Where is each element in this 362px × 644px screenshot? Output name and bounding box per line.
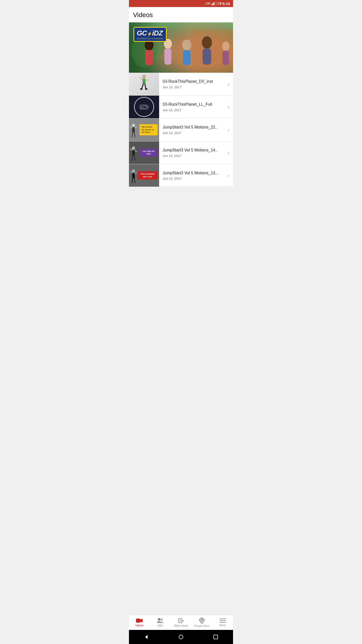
cross-icon	[199, 618, 205, 624]
home-button[interactable]	[177, 633, 185, 641]
recent-apps-button[interactable]	[212, 633, 219, 641]
svg-point-49	[158, 618, 160, 621]
svg-line-23	[140, 77, 143, 80]
video-thumbnail: Who builds his house on the Rock.	[129, 118, 159, 141]
svg-point-28	[145, 88, 148, 90]
video-item[interactable]: Who builds his house on the Rock. JumpSt…	[129, 118, 233, 141]
svg-line-37	[130, 148, 132, 150]
figure-icon	[130, 146, 137, 164]
nav-item-vbs[interactable]: VBS	[150, 615, 171, 630]
svg-point-27	[140, 88, 143, 90]
logo-lightning: ⚡	[147, 31, 152, 36]
back-button[interactable]	[143, 633, 150, 641]
status-bar: LTE ⚡ 5:16	[129, 0, 233, 7]
svg-rect-3	[214, 2, 215, 5]
video-thumbnail	[129, 73, 159, 95]
hero-logo: GC⚡iDZ GENERATION CHANGERS	[133, 27, 167, 42]
video-item[interactable]: YOU ARE MY GOD JumpStart3 Vol 5 Motions_…	[129, 141, 233, 164]
svg-line-38	[135, 150, 137, 152]
video-item[interactable]: GONNA TELL THE WORLD 03-RockThisPlanet_L…	[129, 96, 233, 118]
logo-subtitle: GENERATION CHANGERS	[137, 38, 163, 39]
page-title: Videos	[133, 11, 229, 19]
figure-icon	[130, 124, 137, 141]
video-date: Jun 13, 2017	[163, 131, 222, 135]
svg-line-25	[142, 84, 143, 89]
time-display: 5:16	[222, 2, 230, 6]
svg-point-64	[179, 635, 183, 639]
video-info: JumpStart3 Vol 5 Motions_13... Jun 13, 2…	[159, 168, 224, 184]
chevron-right-icon: ›	[224, 127, 233, 133]
video-date: Jun 13, 2017	[163, 177, 222, 180]
nav-item-bible[interactable]: Bible Verse	[171, 615, 192, 630]
video-list: 03-RockThisPlanet_DV_inst Jun 13, 2017 ›…	[129, 73, 233, 187]
svg-point-14	[182, 39, 191, 51]
logo-text: GC⚡iDZ	[137, 29, 163, 37]
nav-label-videos: Videos	[135, 624, 144, 627]
svg-text:⚡: ⚡	[217, 3, 220, 5]
video-thumbnail: GOD SHOWED HIS LOVE	[129, 164, 159, 187]
svg-rect-2	[213, 2, 214, 5]
logo-box: GC⚡iDZ GENERATION CHANGERS	[133, 27, 167, 42]
video-date: Jun 13, 2017	[163, 108, 222, 112]
svg-line-33	[132, 133, 133, 137]
svg-marker-55	[182, 620, 184, 622]
pencil-icon	[178, 618, 184, 623]
nav-label-more: More	[219, 624, 226, 627]
circle-text: GONNA TELL THE WORLD	[134, 97, 154, 117]
svg-line-39	[132, 155, 133, 160]
video-title: JumpStart3 Vol 5 Motions_13...	[163, 171, 222, 176]
chevron-right-icon: ›	[224, 104, 233, 110]
svg-line-32	[135, 127, 137, 128]
video-item[interactable]: 03-RockThisPlanet_DV_inst Jun 13, 2017 ›	[129, 73, 233, 96]
battery-icon: ⚡	[216, 2, 221, 5]
svg-rect-20	[192, 30, 233, 73]
hero-banner: GC⚡iDZ GENERATION CHANGERS	[129, 22, 233, 73]
svg-marker-48	[140, 619, 143, 623]
svg-point-41	[132, 169, 135, 173]
nav-label-vbs: VBS	[157, 624, 163, 627]
nav-item-more[interactable]: More	[212, 615, 233, 630]
svg-point-50	[161, 618, 163, 621]
svg-line-40	[134, 155, 135, 160]
video-title: JumpStart3 Vol 5 Motions_14..	[163, 148, 222, 153]
svg-line-45	[132, 178, 133, 183]
svg-rect-13	[164, 48, 171, 65]
video-thumbnail: GONNA TELL THE WORLD	[129, 96, 159, 118]
video-info: JumpStart3 Vol 5 Motions_14.. Jun 13, 20…	[159, 145, 224, 161]
svg-line-31	[130, 126, 132, 128]
chevron-right-icon: ›	[224, 150, 233, 156]
nav-label-bible: Bible Verse	[174, 624, 188, 627]
video-title: JumpStart3 Vol 5 Motions_22..	[163, 125, 222, 130]
svg-line-43	[130, 171, 132, 173]
svg-line-26	[145, 84, 146, 89]
nav-item-videos[interactable]: Videos	[129, 615, 150, 630]
lte-icon: LTE	[205, 2, 210, 5]
people-icon	[157, 618, 163, 623]
svg-rect-42	[132, 173, 135, 178]
svg-marker-63	[145, 635, 148, 639]
signal-icon	[211, 2, 215, 5]
svg-rect-0	[211, 4, 212, 5]
system-nav-bar	[129, 630, 233, 644]
figure-icon	[130, 169, 137, 187]
video-icon	[136, 618, 143, 623]
nav-item-prayer[interactable]: Prayer Zone	[191, 615, 212, 630]
page-title-bar: Videos	[129, 7, 233, 22]
svg-line-44	[135, 172, 137, 174]
svg-line-34	[134, 133, 135, 137]
svg-point-35	[132, 146, 135, 150]
video-date: Jun 13, 2017	[163, 154, 222, 158]
svg-point-21	[142, 75, 146, 79]
svg-rect-47	[136, 619, 140, 623]
nav-label-prayer: Prayer Zone	[194, 624, 210, 627]
video-item[interactable]: GOD SHOWED HIS LOVE JumpStart3 Vol 5 Mot…	[129, 164, 233, 187]
video-title: 03-RockThisPlanet_LL_Full	[163, 102, 222, 107]
svg-line-24	[146, 80, 148, 80]
svg-rect-65	[214, 635, 218, 639]
bottom-navigation: Videos VBS Bible Verse Prayer Zone	[129, 615, 233, 630]
thumb-label: GOD SHOWED HIS LOVE	[138, 171, 158, 180]
svg-rect-11	[145, 50, 153, 65]
thumb-label: YOU ARE MY GOD	[140, 149, 158, 157]
video-title: 03-RockThisPlanet_DV_inst	[163, 79, 222, 84]
status-icons: LTE ⚡ 5:16	[205, 2, 230, 6]
